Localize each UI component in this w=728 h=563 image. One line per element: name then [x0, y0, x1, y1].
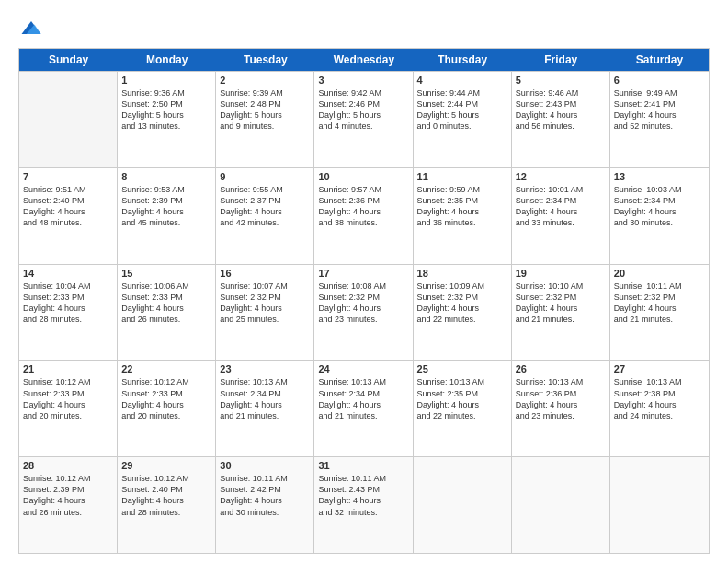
day-number: 17: [318, 268, 408, 279]
day-info: Sunrise: 10:09 AMSunset: 2:32 PMDaylight…: [417, 281, 507, 326]
header-day-wednesday: Wednesday: [314, 49, 413, 71]
day-number: 23: [220, 363, 310, 374]
day-number: 3: [318, 75, 408, 86]
day-number: 20: [614, 268, 705, 279]
logo: [18, 15, 48, 40]
day-number: 15: [121, 268, 211, 279]
day-info: Sunrise: 10:13 AMSunset: 2:34 PMDaylight…: [318, 376, 408, 421]
day-info: Sunrise: 10:13 AMSunset: 2:38 PMDaylight…: [614, 376, 705, 421]
day-number: 31: [318, 460, 408, 471]
calendar-cell-empty: [19, 72, 118, 167]
calendar-cell-day-19: 19Sunrise: 10:10 AMSunset: 2:32 PMDaylig…: [512, 265, 610, 361]
calendar-cell-day-14: 14Sunrise: 10:04 AMSunset: 2:33 PMDaylig…: [19, 265, 118, 361]
header-day-saturday: Saturday: [610, 49, 709, 71]
day-info: Sunrise: 9:51 AMSunset: 2:40 PMDaylight:…: [23, 184, 113, 229]
calendar-cell-day-8: 8Sunrise: 9:53 AMSunset: 2:39 PMDaylight…: [118, 168, 216, 264]
day-info: Sunrise: 9:55 AMSunset: 2:37 PMDaylight:…: [220, 184, 310, 229]
day-info: Sunrise: 10:13 AMSunset: 2:36 PMDaylight…: [516, 376, 606, 421]
header: [18, 15, 710, 40]
day-info: Sunrise: 10:11 AMSunset: 2:43 PMDaylight…: [318, 473, 408, 518]
calendar-cell-day-29: 29Sunrise: 10:12 AMSunset: 2:40 PMDaylig…: [118, 457, 216, 553]
calendar-cell-day-28: 28Sunrise: 10:12 AMSunset: 2:39 PMDaylig…: [19, 457, 118, 553]
calendar: SundayMondayTuesdayWednesdayThursdayFrid…: [18, 48, 710, 554]
calendar-cell-empty: [414, 457, 512, 553]
day-info: Sunrise: 10:04 AMSunset: 2:33 PMDaylight…: [23, 281, 113, 326]
day-info: Sunrise: 10:10 AMSunset: 2:32 PMDaylight…: [516, 281, 606, 326]
day-number: 10: [318, 171, 408, 182]
calendar-cell-day-22: 22Sunrise: 10:12 AMSunset: 2:33 PMDaylig…: [118, 361, 216, 456]
calendar-cell-day-21: 21Sunrise: 10:12 AMSunset: 2:33 PMDaylig…: [19, 361, 118, 456]
day-info: Sunrise: 9:39 AMSunset: 2:48 PMDaylight:…: [220, 87, 310, 132]
day-info: Sunrise: 10:12 AMSunset: 2:39 PMDaylight…: [23, 473, 113, 518]
calendar-cell-day-9: 9Sunrise: 9:55 AMSunset: 2:37 PMDaylight…: [216, 168, 314, 264]
day-info: Sunrise: 9:46 AMSunset: 2:43 PMDaylight:…: [516, 87, 606, 132]
day-number: 29: [121, 460, 211, 471]
day-info: Sunrise: 9:42 AMSunset: 2:46 PMDaylight:…: [318, 87, 408, 132]
day-info: Sunrise: 10:06 AMSunset: 2:33 PMDaylight…: [121, 281, 211, 326]
calendar-cell-day-26: 26Sunrise: 10:13 AMSunset: 2:36 PMDaylig…: [512, 361, 610, 456]
header-day-sunday: Sunday: [19, 49, 118, 71]
day-info: Sunrise: 9:36 AMSunset: 2:50 PMDaylight:…: [121, 87, 211, 132]
calendar-cell-day-25: 25Sunrise: 10:13 AMSunset: 2:35 PMDaylig…: [414, 361, 512, 456]
calendar-cell-day-7: 7Sunrise: 9:51 AMSunset: 2:40 PMDaylight…: [19, 168, 118, 264]
day-number: 12: [516, 171, 606, 182]
calendar-body: 1Sunrise: 9:36 AMSunset: 2:50 PMDaylight…: [19, 71, 709, 553]
day-number: 19: [516, 268, 606, 279]
calendar-cell-empty: [512, 457, 610, 553]
calendar-cell-day-6: 6Sunrise: 9:49 AMSunset: 2:41 PMDaylight…: [610, 72, 709, 167]
day-info: Sunrise: 10:01 AMSunset: 2:34 PMDaylight…: [516, 184, 606, 229]
calendar-cell-day-5: 5Sunrise: 9:46 AMSunset: 2:43 PMDaylight…: [512, 72, 610, 167]
logo-icon: [18, 15, 44, 40]
day-info: Sunrise: 10:11 AMSunset: 2:42 PMDaylight…: [220, 473, 310, 518]
day-info: Sunrise: 10:08 AMSunset: 2:32 PMDaylight…: [318, 281, 408, 326]
header-day-thursday: Thursday: [414, 49, 512, 71]
day-info: Sunrise: 10:13 AMSunset: 2:34 PMDaylight…: [220, 376, 310, 421]
day-info: Sunrise: 9:57 AMSunset: 2:36 PMDaylight:…: [318, 184, 408, 229]
calendar-week-1: 1Sunrise: 9:36 AMSunset: 2:50 PMDaylight…: [19, 71, 709, 167]
calendar-cell-day-2: 2Sunrise: 9:39 AMSunset: 2:48 PMDaylight…: [216, 72, 314, 167]
day-info: Sunrise: 10:12 AMSunset: 2:33 PMDaylight…: [23, 376, 113, 421]
calendar-cell-day-27: 27Sunrise: 10:13 AMSunset: 2:38 PMDaylig…: [610, 361, 709, 456]
day-number: 27: [614, 363, 705, 374]
day-info: Sunrise: 10:12 AMSunset: 2:40 PMDaylight…: [121, 473, 211, 518]
calendar-week-2: 7Sunrise: 9:51 AMSunset: 2:40 PMDaylight…: [19, 167, 709, 264]
calendar-week-3: 14Sunrise: 10:04 AMSunset: 2:33 PMDaylig…: [19, 264, 709, 361]
calendar-header: SundayMondayTuesdayWednesdayThursdayFrid…: [19, 49, 709, 71]
day-number: 25: [417, 363, 507, 374]
header-day-friday: Friday: [512, 49, 610, 71]
calendar-cell-day-3: 3Sunrise: 9:42 AMSunset: 2:46 PMDaylight…: [314, 72, 413, 167]
calendar-cell-day-16: 16Sunrise: 10:07 AMSunset: 2:32 PMDaylig…: [216, 265, 314, 361]
day-number: 13: [614, 171, 705, 182]
calendar-week-4: 21Sunrise: 10:12 AMSunset: 2:33 PMDaylig…: [19, 360, 709, 456]
day-info: Sunrise: 10:13 AMSunset: 2:35 PMDaylight…: [417, 376, 507, 421]
day-number: 30: [220, 460, 310, 471]
day-number: 1: [121, 75, 211, 86]
day-number: 16: [220, 268, 310, 279]
calendar-week-5: 28Sunrise: 10:12 AMSunset: 2:39 PMDaylig…: [19, 456, 709, 553]
day-number: 5: [516, 75, 606, 86]
day-number: 9: [220, 171, 310, 182]
calendar-cell-day-20: 20Sunrise: 10:11 AMSunset: 2:32 PMDaylig…: [610, 265, 709, 361]
day-number: 4: [417, 75, 507, 86]
day-info: Sunrise: 9:44 AMSunset: 2:44 PMDaylight:…: [417, 87, 507, 132]
day-info: Sunrise: 9:59 AMSunset: 2:35 PMDaylight:…: [417, 184, 507, 229]
calendar-cell-day-24: 24Sunrise: 10:13 AMSunset: 2:34 PMDaylig…: [314, 361, 413, 456]
page: SundayMondayTuesdayWednesdayThursdayFrid…: [0, 0, 728, 563]
calendar-cell-day-13: 13Sunrise: 10:03 AMSunset: 2:34 PMDaylig…: [610, 168, 709, 264]
calendar-cell-day-15: 15Sunrise: 10:06 AMSunset: 2:33 PMDaylig…: [118, 265, 216, 361]
calendar-cell-day-23: 23Sunrise: 10:13 AMSunset: 2:34 PMDaylig…: [216, 361, 314, 456]
calendar-cell-day-31: 31Sunrise: 10:11 AMSunset: 2:43 PMDaylig…: [314, 457, 413, 553]
day-number: 28: [23, 460, 113, 471]
day-number: 18: [417, 268, 507, 279]
day-info: Sunrise: 10:12 AMSunset: 2:33 PMDaylight…: [121, 376, 211, 421]
day-number: 26: [516, 363, 606, 374]
day-number: 7: [23, 171, 113, 182]
day-number: 21: [23, 363, 113, 374]
calendar-cell-day-17: 17Sunrise: 10:08 AMSunset: 2:32 PMDaylig…: [314, 265, 413, 361]
header-day-tuesday: Tuesday: [216, 49, 314, 71]
calendar-cell-empty: [610, 457, 709, 553]
calendar-cell-day-30: 30Sunrise: 10:11 AMSunset: 2:42 PMDaylig…: [216, 457, 314, 553]
calendar-cell-day-1: 1Sunrise: 9:36 AMSunset: 2:50 PMDaylight…: [118, 72, 216, 167]
day-number: 8: [121, 171, 211, 182]
calendar-cell-day-10: 10Sunrise: 9:57 AMSunset: 2:36 PMDayligh…: [314, 168, 413, 264]
